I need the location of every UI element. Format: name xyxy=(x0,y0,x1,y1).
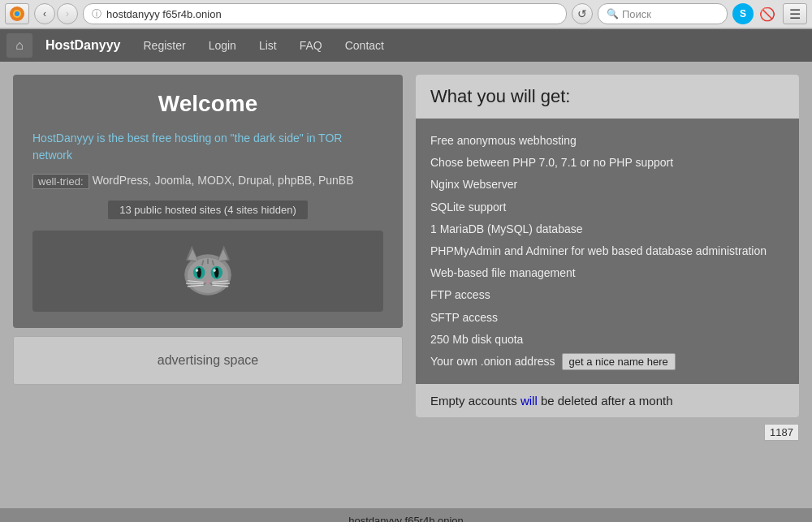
empty-accounts-text: Empty accounts will be deleted after a m… xyxy=(430,394,673,408)
home-button[interactable]: ⌂ xyxy=(6,33,32,58)
info-icon: ⓘ xyxy=(92,7,102,21)
search-placeholder: Поиск xyxy=(622,8,651,20)
nav-login[interactable]: Login xyxy=(199,32,246,58)
nav-buttons: ‹ › xyxy=(34,3,78,24)
nav-contact[interactable]: Contact xyxy=(335,32,394,58)
reload-button[interactable]: ↺ xyxy=(572,3,593,24)
url-display: hostdanyyy f65r4b.onion xyxy=(106,8,222,20)
advertising-card: advertising space xyxy=(13,336,403,385)
cat-image xyxy=(32,231,383,312)
skype-button[interactable]: S xyxy=(732,3,754,24)
feature-10: 250 Mb disk quota xyxy=(430,329,784,351)
feature-5: 1 MariaDB (MySQL) database xyxy=(430,218,784,240)
browser-action-icons: S 🚫 xyxy=(732,3,778,24)
browser-menu-button[interactable]: ☰ xyxy=(783,3,807,24)
well-tried-line: well-tried: WordPress, Joomla, MODX, Dru… xyxy=(32,174,383,189)
feature-3: Nginx Webserver xyxy=(430,174,784,196)
welcome-card: Welcome HostDanyyy is the best free host… xyxy=(13,75,403,328)
left-panel: Welcome HostDanyyy is the best free host… xyxy=(13,75,403,385)
feature-4: SQLite support xyxy=(430,196,784,218)
counter-area: 1187 xyxy=(13,424,799,441)
svg-point-16 xyxy=(196,269,199,272)
browser-toolbar: ‹ › ⓘ hostdanyyy f65r4b.onion ↺ 🔍 Поиск … xyxy=(0,0,812,28)
advertising-text: advertising space xyxy=(158,353,259,367)
welcome-title: Welcome xyxy=(32,91,383,117)
nav-register[interactable]: Register xyxy=(133,32,195,58)
svg-point-2 xyxy=(15,11,19,16)
svg-point-14 xyxy=(197,268,201,278)
sites-badge-text: 13 public hosted sites (4 sites hidden) xyxy=(108,201,308,219)
footer-text-1: Empty accounts xyxy=(430,394,520,408)
stop-icon: 🚫 xyxy=(757,3,778,24)
feature-11: Your own .onion address get a nice name … xyxy=(430,351,784,373)
feature-1: Free anonymous webhosting xyxy=(430,130,784,152)
search-bar[interactable]: 🔍 Поиск xyxy=(598,3,728,24)
page-content: Welcome HostDanyyy is the best free host… xyxy=(0,62,812,508)
footer-url: hostdanyyy f65r4b.onion xyxy=(348,515,464,522)
right-panel: What you will get: Free anonymous webhos… xyxy=(416,75,799,417)
forward-button[interactable]: › xyxy=(57,3,78,24)
browser-chrome: ‹ › ⓘ hostdanyyy f65r4b.onion ↺ 🔍 Поиск … xyxy=(0,0,812,29)
navbar: ⌂ HostDanyyy Register Login List FAQ Con… xyxy=(0,29,812,62)
nav-faq[interactable]: FAQ xyxy=(290,32,332,58)
right-panel-title: What you will get: xyxy=(430,86,784,107)
sites-badge: 13 public hosted sites (4 sites hidden) xyxy=(32,201,383,219)
features-list: Free anonymous webhosting Chose between … xyxy=(430,130,784,373)
svg-point-15 xyxy=(214,268,218,278)
page-footer: hostdanyyy f65r4b.onion xyxy=(0,508,812,522)
back-button[interactable]: ‹ xyxy=(34,3,55,24)
feature-8: FTP access xyxy=(430,284,784,306)
counter-box: 1187 xyxy=(764,424,799,441)
search-icon: 🔍 xyxy=(607,8,619,19)
well-tried-items: WordPress, Joomla, MODX, Drupal, phpBB, … xyxy=(93,174,354,187)
get-nice-name-button[interactable]: get a nice name here xyxy=(562,353,676,370)
address-bar[interactable]: ⓘ hostdanyyy f65r4b.onion xyxy=(83,3,567,24)
feature-9: SFTP access xyxy=(430,307,784,329)
main-row: Welcome HostDanyyy is the best free host… xyxy=(13,75,799,417)
footer-highlight: will xyxy=(520,394,538,408)
right-panel-footer: Empty accounts will be deleted after a m… xyxy=(416,384,799,417)
nav-list[interactable]: List xyxy=(249,32,287,58)
well-tried-badge: well-tried: xyxy=(32,174,89,189)
firefox-logo[interactable] xyxy=(5,3,29,24)
svg-point-17 xyxy=(213,269,216,272)
feature-6: PHPMyAdmin and Adminer for web based dat… xyxy=(430,240,784,262)
feature-7: Web-based file management xyxy=(430,262,784,284)
nav-brand[interactable]: HostDanyyy xyxy=(36,33,130,58)
feature-2: Chose between PHP 7.0, 7.1 or no PHP sup… xyxy=(430,152,784,174)
cat-illustration xyxy=(171,235,244,308)
footer-text-2: be deleted after a month xyxy=(538,394,673,408)
welcome-description: HostDanyyy is the best free hosting on "… xyxy=(32,130,383,164)
right-panel-body: Free anonymous webhosting Chose between … xyxy=(416,119,799,384)
home-icon: ⌂ xyxy=(15,38,24,53)
right-panel-header: What you will get: xyxy=(416,75,799,119)
